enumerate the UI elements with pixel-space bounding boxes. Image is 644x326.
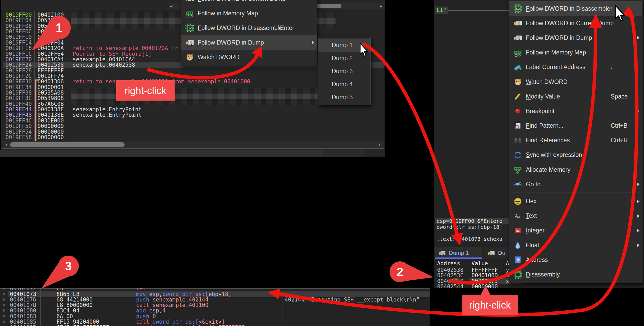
breakpoint-dot-icon[interactable] <box>3 298 5 301</box>
menu-item-label: Address <box>526 256 548 263</box>
stack-address: 0019FF00 <box>5 12 32 18</box>
stack-row[interactable]: 0019FF5400000000 <box>3 129 384 135</box>
breakpoint-dot-icon[interactable] <box>3 304 5 306</box>
column-header[interactable]: Address <box>437 260 460 266</box>
scroll-left-icon[interactable]: ◄ <box>168 3 175 9</box>
menu-item-follow-dword-in-dump[interactable]: Follow DWORD in Dump <box>509 30 642 45</box>
menu-item-sync-with-expression[interactable]: Sync with expression <box>509 148 642 162</box>
disasm-bytes: C3 <box>56 288 63 291</box>
menu-item-follow-dword-in-current-dump[interactable]: Follow DWORD in Current Dump <box>509 16 642 30</box>
submenu-item-dump-5[interactable]: Dump 5 <box>318 91 371 104</box>
info-box: esp=0019FF00 &"Entere dword ptr ss:[ebp-… <box>435 218 511 244</box>
submenu-dump: Dump 1Dump 2Dump 3Dump 4Dump 5 <box>318 37 371 105</box>
scrollbar-thumb[interactable] <box>10 142 125 147</box>
disasm-row[interactable]: 0040108BC745 FC FFFFFFFFmov dword ptr ss… <box>8 325 430 326</box>
menu-item-text[interactable]: AaText <box>509 209 642 223</box>
menu-item-follow-dword-in-disassembler[interactable]: 32Follow DWORD in DisassemblerEnter <box>181 21 317 35</box>
submenu-item-dump-1[interactable]: Dump 1 <box>318 39 371 52</box>
menu-shortcut: : <box>611 64 612 71</box>
stack-row[interactable]: 0019FF4C003DE000 <box>3 118 384 124</box>
submenu-item-dump-2[interactable]: Dump 2 <box>318 52 371 65</box>
dog-icon <box>513 77 522 86</box>
menu-item-label: Integer <box>526 227 545 234</box>
submenu-arrow-icon <box>637 182 640 186</box>
menu-item-find-references[interactable]: Find ReferencesCtrl+R <box>509 133 642 148</box>
submenu-arrow-icon <box>637 243 640 247</box>
menu-item-label-current-address[interactable]: Label Current Address: <box>509 60 642 75</box>
stack-comment: sehexample.00402538 <box>73 62 135 68</box>
svg-text:@: @ <box>517 258 519 262</box>
stack-address: 0019FF54 <box>5 129 32 135</box>
scroll-right-icon[interactable]: ► <box>378 3 385 9</box>
stack-value: 00535A08 <box>37 90 64 96</box>
menu-item-label: Modify Value <box>526 93 560 100</box>
menu-item-breakpoint[interactable]: Breakpoint <box>509 104 642 118</box>
stack-address: 0019FF4C <box>5 118 32 124</box>
stack-row[interactable]: 0019FF480040138Esehexample.EntryPoint <box>3 112 384 118</box>
menu-item-address[interactable]: @Address <box>509 253 642 267</box>
stack-value: 00402538 <box>37 62 64 68</box>
menu-item-follow-dword-in-disassembler[interactable]: 32Follow DWORD in Disassembler <box>509 1 642 16</box>
column-header[interactable]: Value <box>471 260 488 266</box>
menu-item-modify-value[interactable]: Modify ValueSpace <box>509 89 642 104</box>
breakpoint-dot-icon[interactable] <box>3 315 5 317</box>
menu-item-watch-dword[interactable]: Watch DWORD <box>181 50 317 64</box>
submenu-arrow-icon <box>637 214 640 218</box>
breakpoint-dot-icon[interactable] <box>3 321 5 323</box>
disasm-bytes: 6A 00 <box>56 313 73 319</box>
breakpoint-dot-icon[interactable] <box>3 288 5 290</box>
dog-icon <box>185 53 194 61</box>
stack-bottom-scrollbar[interactable]: ◄ ► <box>2 141 384 148</box>
submenu-arrow-icon <box>637 229 640 232</box>
disasm-row[interactable]: 004010836A 00push 0 <box>8 313 430 319</box>
truck-icon <box>438 249 446 257</box>
menu-item-label: Sync with expression <box>526 151 582 158</box>
disasm-instruction: call sehexample.401100 <box>136 302 208 308</box>
breakpoint-dot-icon[interactable] <box>3 309 5 312</box>
submenu-item-dump-4[interactable]: Dump 4 <box>318 78 371 91</box>
textaa-icon: Aa <box>513 212 522 220</box>
scroll-left-icon[interactable]: ◄ <box>2 141 9 148</box>
breakpoint-dot-icon[interactable] <box>3 293 5 295</box>
menu-item-hex[interactable]: Hex <box>509 194 642 208</box>
dump-row[interactable]: 0040254400000000 <box>434 284 569 288</box>
stack-row[interactable]: 0019FF5800000000 <box>3 134 384 140</box>
menu-item-label: Allocate Memory <box>526 166 570 173</box>
ramplus-icon <box>513 165 522 174</box>
menu-item-follow-dword-in-dump[interactable]: Follow DWORD in Dump <box>181 35 317 50</box>
menu-item-float[interactable]: Float <box>509 238 642 253</box>
dump-ascii: m <box>506 273 509 278</box>
dump-value: 00401073 <box>471 278 498 284</box>
menu-item-find-pattern[interactable]: Find Pattern...Ctrl+B <box>509 119 642 133</box>
menu-item-follow-in-memory-map[interactable]: Follow in Memory Map <box>181 6 317 21</box>
disasm-row[interactable]: 00401072C3ret <box>8 288 430 291</box>
disasm-row[interactable]: 00401085FF15 94204000call dword ptr ds:[… <box>8 319 430 325</box>
menu-item-watch-dword[interactable]: Watch DWORD <box>509 75 642 89</box>
stack-row[interactable]: 0019FF440040138Esehexample.EntryPoint <box>3 107 384 112</box>
column-header[interactable]: A <box>506 260 509 266</box>
menu-item-label: Label Current Address <box>526 64 585 71</box>
truck-icon <box>185 38 194 47</box>
stack-value: 00535A08 <box>37 23 64 29</box>
stack-address: 0019FF40 <box>5 101 32 107</box>
tab-label: Du <box>498 250 505 256</box>
chip32-icon: 32 <box>185 23 194 32</box>
stack-address: 0019FF24 <box>5 62 32 68</box>
menu-item-follow-in-memory-map[interactable]: Follow in Memory Map <box>509 45 642 60</box>
scroll-right-icon[interactable]: ► <box>377 141 384 148</box>
tab-dump-2[interactable]: Du <box>484 247 509 259</box>
menu-item-integer[interactable]: 42Integer <box>509 223 642 238</box>
menu-item-follow-dword-in-current-dump[interactable]: Follow DWORD in Current Dump <box>181 0 317 6</box>
dump-value: 0040106D <box>471 273 498 278</box>
disasm-row[interactable]: 0040107668 44214000push sehexample.40214… <box>8 297 430 303</box>
callout-2 <box>390 261 433 282</box>
info-line: dword ptr ss:[ebp-18] <box>435 224 511 230</box>
menu-item-go-to[interactable]: Go to <box>509 177 642 192</box>
disasm-row[interactable]: 0040107BE8 80000000call sehexample.40110… <box>8 302 430 308</box>
submenu-item-dump-3[interactable]: Dump 3 <box>318 65 371 78</box>
menu-item-disassembly[interactable]: Disassembly <box>509 267 642 282</box>
stack-row[interactable]: 0019FF5000000000 <box>3 123 384 129</box>
tab-dump-1[interactable]: Dump 1 <box>435 247 482 259</box>
disasm-row[interactable]: 0040108083C4 04add esp,4 <box>8 308 430 313</box>
menu-item-allocate-memory[interactable]: Allocate Memory <box>509 162 642 177</box>
